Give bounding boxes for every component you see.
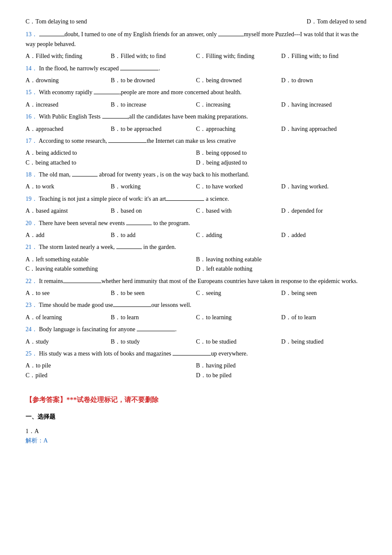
q23-optA: A．of learning (26, 313, 111, 322)
q17-optD: D．being adjusted to (196, 158, 366, 168)
answer-header: 【参考答案】***试卷处理标记，请不要删除 (26, 396, 366, 405)
q24-optB: B．to study (111, 337, 196, 347)
q15-optA: A．increased (26, 100, 111, 110)
q20-optA: A．add (26, 231, 111, 240)
q25-optC: C．piled (26, 371, 196, 380)
q21-optB: B．leaving nothing eatable (196, 255, 366, 264)
q25-optA: A．to pile (26, 361, 196, 370)
q23-text: Time should be made good useour lessons … (39, 302, 191, 308)
answer-number: 1．A (26, 428, 39, 434)
q15-optD: D．having increased (281, 100, 366, 110)
q24-options: A．study B．to study C．to be studied D．bei… (26, 337, 366, 347)
q15-text: With economy rapidly ,people are more an… (39, 89, 241, 95)
question-21: 21． The storm lasted nearly a week, in t… (26, 243, 366, 252)
q21-number: 21． (26, 244, 37, 250)
q18-optD: D．having worked. (281, 182, 366, 191)
question-17: 17． According to some research, the Inte… (26, 136, 366, 146)
q13-optD: D．Filling with; to find (281, 52, 366, 61)
q17-options: A．being addicted to B．being opposed to C… (26, 148, 366, 168)
q18-options: A．to work B．working C．to have worked D．h… (26, 182, 366, 191)
question-16: 16． With Public English Tests ,all the c… (26, 112, 366, 121)
q17-number: 17． (26, 138, 37, 144)
q25-options: A．to pile B．having piled C．piled D．to be… (26, 361, 366, 380)
q14-options: A．drowning B．to be drowned C．being drown… (26, 76, 366, 85)
answer-category-label: 一、选择题 (26, 413, 55, 420)
q19-number: 19． (26, 196, 37, 202)
q13-optA: A．Filled with; finding (26, 52, 111, 61)
question-22: 22． It remainswhether herd immunity that… (26, 277, 366, 286)
q17-optA: A．being addicted to (26, 148, 196, 158)
q18-text: The old man, abroad for twenty years , i… (39, 171, 249, 178)
q17-text: According to some research, the Internet… (39, 138, 236, 144)
q22-optB: B．to be seen (111, 289, 196, 298)
question-23: 23． Time should be made good useour less… (26, 301, 366, 310)
q19-optC: C．based with (196, 206, 281, 216)
q16-optB: B．to be approached (111, 124, 196, 134)
q24-text: Body language is fascinating for anyone … (39, 326, 177, 332)
q20-options: A．add B．to add C．adding D．added (26, 231, 366, 240)
q13-number: 13． (26, 31, 37, 38)
question-13: 13． doubt, I turned to one of my English… (26, 30, 366, 49)
q15-optC: C．increasing (196, 100, 281, 110)
q15-options: A．increased B．to increase C．increasing D… (26, 100, 366, 110)
answer-explanation-1: 解析：A (26, 437, 366, 445)
answer-item-1: 1．A (26, 428, 366, 435)
q24-optC: C．to be studied (196, 337, 281, 347)
option-c-text: C．Tom delaying to send (26, 17, 87, 26)
q15-number: 15． (26, 89, 37, 95)
q21-optA: A．left something eatable (26, 255, 196, 264)
q14-optC: C．being drowned (196, 76, 281, 85)
q20-optB: B．to add (111, 231, 196, 240)
q24-optA: A．study (26, 337, 111, 347)
question-20: 20． There have been several new events t… (26, 219, 366, 228)
q16-number: 16． (26, 113, 37, 120)
question-25: 25． His study was a mess with lots of bo… (26, 349, 366, 358)
q18-optA: A．to work (26, 182, 111, 191)
q15-optB: B．to increase (111, 100, 196, 110)
q20-optD: D．added (281, 231, 366, 240)
answer-category: 一、选择题 (26, 413, 366, 421)
q16-text: With Public English Tests ,all the candi… (39, 113, 248, 120)
q22-optC: C．seeing (196, 289, 281, 298)
q22-text: It remainswhether herd immunity that mos… (39, 278, 358, 284)
q21-optC: C．leaving eatable something (26, 264, 196, 274)
question-15: 15． With economy rapidly ,people are mor… (26, 88, 366, 97)
q13-optB: B．Filled with; to find (111, 52, 196, 61)
q23-optB: B．to learn (111, 313, 196, 322)
q19-optA: A．based against (26, 206, 111, 216)
cd-line: C．Tom delaying to send D．Tom delayed to … (26, 17, 366, 26)
q17-optC: C．being attached to (26, 158, 196, 168)
q20-number: 20． (26, 220, 37, 226)
q18-optC: C．to have worked (196, 182, 281, 191)
q23-options: A．of learning B．to learn C．to learning D… (26, 313, 366, 322)
q19-optB: B．based on (111, 206, 196, 216)
answer-explanation-text: 解析：A (26, 437, 48, 444)
question-18: 18． The old man, abroad for twenty years… (26, 170, 366, 179)
q16-options: A．approached B．to be approached C．approa… (26, 124, 366, 134)
q24-optD: D．being studied (281, 337, 366, 347)
q24-number: 24． (26, 326, 37, 332)
q25-optD: D．to be piled (196, 371, 366, 380)
question-24: 24． Body language is fascinating for any… (26, 325, 366, 334)
q23-number: 23． (26, 302, 37, 308)
q16-optA: A．approached (26, 124, 111, 134)
q14-optA: A．drowning (26, 76, 111, 85)
q16-optC: C．approaching (196, 124, 281, 134)
q21-text: The storm lasted nearly a week, in the g… (39, 244, 176, 250)
q18-number: 18． (26, 171, 37, 178)
q20-text: There have been several new events to th… (39, 220, 190, 226)
q23-optD: D．of to learn (281, 313, 366, 322)
q19-text: Teaching is not just a simple piece of w… (39, 196, 229, 202)
q13-text: doubt, I turned to one of my English fri… (26, 31, 358, 47)
q22-optD: D．being seen (281, 289, 366, 298)
option-d-text: D．Tom delayed to send (307, 17, 366, 26)
q20-optC: C．adding (196, 231, 281, 240)
q22-number: 22． (26, 278, 37, 284)
q25-number: 25． (26, 350, 37, 357)
q25-optB: B．having piled (196, 361, 366, 370)
q18-optB: B．working (111, 182, 196, 191)
q14-optB: B．to be drowned (111, 76, 196, 85)
q22-options: A．to see B．to be seen C．seeing D．being s… (26, 289, 366, 298)
q14-text: In the flood, he narrowly escaped . (39, 65, 160, 72)
q25-text: His study was a mess with lots of books … (39, 350, 248, 357)
